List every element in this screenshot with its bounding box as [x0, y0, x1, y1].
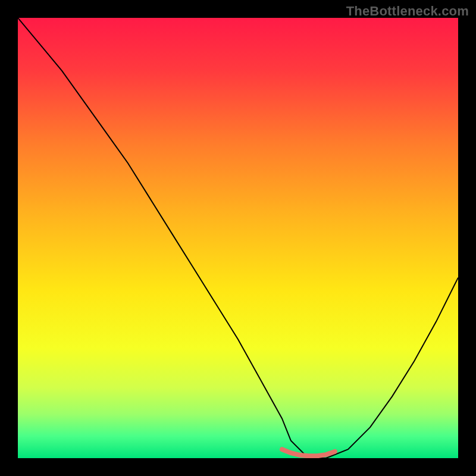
bottleneck-chart: [18, 18, 458, 458]
watermark-text: TheBottleneck.com: [346, 4, 469, 19]
plot-area: [18, 18, 458, 458]
gradient-background: [18, 18, 458, 458]
chart-frame: TheBottleneck.com: [0, 0, 476, 476]
